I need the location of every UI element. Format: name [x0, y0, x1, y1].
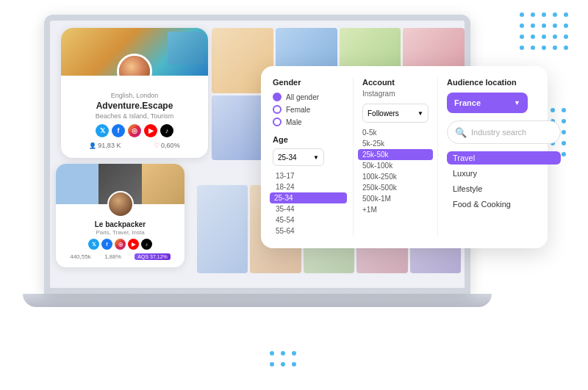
svg-point-3 [553, 12, 557, 17]
svg-point-16 [531, 46, 535, 50]
followers-list: 0-5k 5k-25k 25k-50k 50k-100k 100k-250k 2… [362, 127, 429, 215]
industry-search-box[interactable]: 🔍 Industry search [447, 120, 561, 144]
svg-point-14 [564, 35, 568, 39]
svg-point-18 [553, 46, 557, 50]
profile-name-1: Adventure.Escape [67, 101, 202, 111]
facebook-icon: f [112, 124, 125, 137]
svg-point-6 [531, 24, 535, 28]
age-list: 13-17 18-24 25-34 35-44 45-54 55-64 [273, 170, 344, 236]
age-label: Age [273, 135, 344, 144]
search-placeholder: Industry search [471, 128, 526, 137]
search-icon: 🔍 [455, 127, 467, 138]
radio-male[interactable] [273, 118, 282, 126]
tag-food-cooking[interactable]: Food & Cooking [447, 198, 561, 211]
svg-point-33 [562, 141, 566, 145]
account-label: Account [362, 78, 429, 87]
account-platform: Instagram [362, 90, 429, 98]
age-option-5564[interactable]: 55-64 [273, 225, 344, 236]
followers-dropdown[interactable]: Followers ▼ [362, 104, 429, 123]
location-dropdown[interactable]: France ▼ [447, 93, 528, 113]
followers-100k-250k[interactable]: 100k-250k [362, 171, 429, 182]
profile-card-adventure: English, London Adventure.Escape Beaches… [61, 28, 208, 158]
tag-lifestyle[interactable]: Lifestyle [447, 182, 561, 195]
svg-point-7 [542, 24, 546, 28]
svg-point-25 [292, 362, 296, 366]
svg-point-19 [564, 46, 568, 50]
followers-stat: 👤 91,83 K [89, 142, 121, 149]
followers-50k-100k[interactable]: 50k-100k [362, 160, 429, 171]
radio-all-gender[interactable] [273, 93, 282, 101]
followers-250k-500k[interactable]: 250k-500k [362, 182, 429, 193]
svg-point-2 [542, 12, 546, 17]
profile-loc-2: Paris, Travel, Insta [60, 229, 180, 236]
tag-luxury[interactable]: Luxury [447, 167, 561, 180]
age-option-1317[interactable]: 13-17 [273, 170, 344, 181]
svg-point-29 [562, 119, 566, 123]
profile-location-1: English, London [67, 92, 202, 99]
age-dropdown-row: 25-34 ▼ [273, 148, 344, 166]
gender-column: Gender All gender Female Male [273, 78, 354, 236]
youtube-icon: ▶ [144, 124, 157, 137]
profile-niche-1: Beaches & Island, Tourism [67, 112, 202, 120]
svg-point-11 [531, 35, 535, 39]
instagram-icon: ◎ [128, 124, 141, 137]
avatar-image-1 [119, 56, 150, 76]
svg-point-31 [562, 130, 566, 134]
audience-column: Audience location France ▼ 🔍 Industry se… [438, 78, 561, 236]
followers-500k-1m[interactable]: 500k-1M [362, 193, 429, 204]
engagement-stat: ♡ 0,60% [154, 142, 180, 149]
svg-point-24 [281, 362, 285, 366]
social-icons-1: 𝕏 f ◎ ▶ ♪ [67, 124, 202, 137]
svg-point-15 [520, 46, 524, 50]
gender-label: Gender [273, 78, 344, 87]
tiktok-icon: ♪ [160, 124, 173, 137]
followers-plus-1m[interactable]: +1M [362, 204, 429, 215]
decorative-dots-top-right [514, 7, 573, 66]
age-option-2534[interactable]: 25-34 [270, 192, 347, 203]
followers-5k-25k[interactable]: 5k-25k [362, 138, 429, 149]
social-icons-2: 𝕏 f ◎ ▶ ♪ [60, 239, 180, 250]
age-option-4554[interactable]: 45-54 [273, 214, 344, 225]
banner-img-3 [142, 164, 184, 204]
svg-point-13 [553, 35, 557, 39]
profile-stats-1: 👤 91,83 K ♡ 0,60% [67, 142, 202, 149]
profile-avatar-2 [107, 191, 134, 217]
gender-female-option[interactable]: Female [273, 105, 344, 114]
gender-radio-group: All gender Female Male [273, 93, 344, 126]
profile-info-2: Le backpacker Paris, Travel, Insta 𝕏 f ◎… [56, 220, 184, 260]
profile-stats-2: 440,55k 1,88% AQS 37,12% [60, 253, 180, 260]
svg-point-8 [553, 24, 557, 28]
gender-male-option[interactable]: Male [273, 118, 344, 126]
facebook-icon-2: f [101, 239, 112, 250]
svg-point-20 [270, 351, 274, 355]
age-option-1824[interactable]: 18-24 [273, 181, 344, 192]
svg-point-23 [270, 362, 274, 366]
gender-all-option[interactable]: All gender [273, 93, 344, 101]
followers-0-5k[interactable]: 0-5k [362, 127, 429, 138]
filter-columns: Gender All gender Female Male [273, 78, 536, 236]
svg-point-22 [292, 351, 296, 355]
profile-banner-1 [61, 28, 208, 76]
profile-card-backpacker: Le backpacker Paris, Travel, Insta 𝕏 f ◎… [56, 164, 184, 267]
scene: English, London Adventure.Escape Beaches… [0, 0, 588, 390]
age-option-3544[interactable]: 35-44 [273, 203, 344, 214]
svg-point-17 [542, 46, 546, 50]
svg-point-0 [520, 12, 524, 17]
svg-point-35 [562, 152, 566, 156]
age-section: Age 25-34 ▼ 13-17 18-24 25-34 35-44 45-5… [273, 135, 344, 236]
radio-female[interactable] [273, 105, 282, 114]
profile-avatar-1 [117, 54, 152, 76]
svg-point-1 [531, 12, 535, 17]
banner-img-1 [56, 164, 98, 204]
decorative-dots-bottom [265, 346, 309, 375]
svg-point-10 [520, 35, 524, 39]
tiktok-icon-2: ♪ [141, 239, 152, 250]
tag-travel[interactable]: Travel [447, 151, 561, 165]
followers-25k-50k[interactable]: 25k-50k [358, 149, 433, 160]
profile-name-2: Le backpacker [60, 220, 180, 228]
svg-point-27 [562, 108, 566, 112]
youtube-icon-2: ▶ [128, 239, 139, 250]
chevron-down-icon: ▼ [514, 99, 520, 106]
age-dropdown[interactable]: 25-34 ▼ [273, 148, 324, 166]
lower-grid-1 [197, 185, 248, 273]
